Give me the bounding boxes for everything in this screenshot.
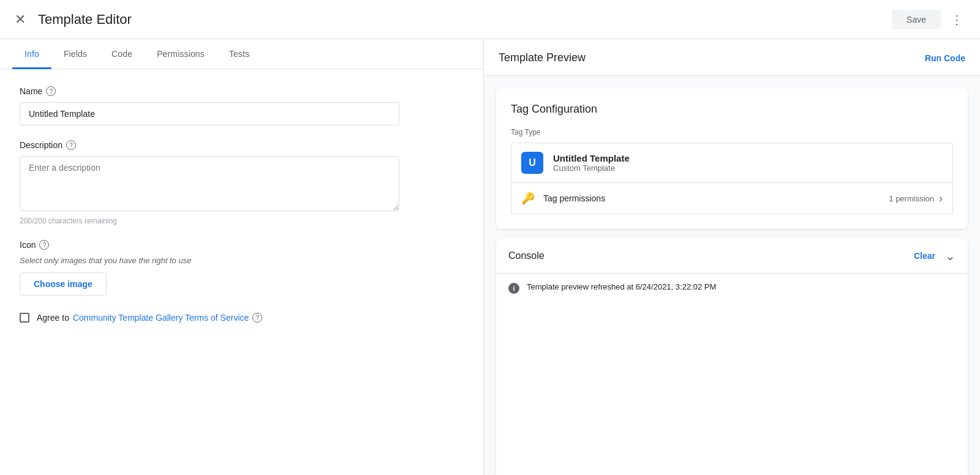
choose-image-button[interactable]: Choose image <box>20 272 107 296</box>
permissions-count: 1 permission <box>889 194 934 203</box>
tab-code[interactable]: Code <box>99 39 145 69</box>
tabs-bar: Info Fields Code Permissions Tests <box>0 39 483 69</box>
right-header: Template Preview Run Code <box>484 39 980 76</box>
tag-config-title: Tag Configuration <box>511 103 953 116</box>
info-circle-icon: i <box>508 283 519 294</box>
tos-link[interactable]: Community Template Gallery Terms of Serv… <box>73 313 249 323</box>
tag-config-card: Tag Configuration Tag Type U Untitled Te… <box>496 88 968 229</box>
tag-info: Untitled Template Custom Template <box>553 153 630 173</box>
header: ✕ Template Editor Save ⋮ <box>0 0 980 39</box>
tag-permissions-left: 🔑 Tag permissions <box>521 192 605 205</box>
run-code-button[interactable]: Run Code <box>925 53 965 63</box>
tab-info[interactable]: Info <box>12 39 51 69</box>
info-content: Name ? Description ? 200/200 characters … <box>0 69 483 475</box>
char-count: 200/200 characters remaining <box>20 217 464 225</box>
left-panel: Info Fields Code Permissions Tests Name … <box>0 39 484 475</box>
console-title: Console <box>508 250 545 261</box>
more-icon: ⋮ <box>951 13 963 26</box>
key-icon: 🔑 <box>521 192 535 205</box>
collapse-icon[interactable]: ⌄ <box>945 249 956 263</box>
icon-hint: Select only images that you have the rig… <box>20 256 464 265</box>
template-preview-title: Template Preview <box>499 51 586 64</box>
name-label: Name ? <box>20 86 464 96</box>
header-left: ✕ Template Editor <box>12 10 132 29</box>
tos-label: Agree to Community Template Gallery Term… <box>37 313 262 323</box>
console-header: Console Clear ⌄ <box>496 239 968 274</box>
close-icon: ✕ <box>15 12 26 27</box>
page-title: Template Editor <box>38 12 132 28</box>
console-section: Console Clear ⌄ i Template preview refre… <box>496 239 968 475</box>
header-right: Save ⋮ <box>892 10 968 29</box>
clear-button[interactable]: Clear <box>914 251 935 261</box>
console-message: Template preview refreshed at 6/24/2021,… <box>527 282 716 291</box>
more-options-button[interactable]: ⋮ <box>946 10 968 29</box>
tos-row: Agree to Community Template Gallery Term… <box>20 313 464 323</box>
icon-help-icon[interactable]: ? <box>39 240 49 250</box>
tag-permissions-row[interactable]: 🔑 Tag permissions 1 permission › <box>511 183 953 214</box>
description-textarea[interactable] <box>20 156 399 211</box>
name-help-icon[interactable]: ? <box>46 86 56 96</box>
description-help-icon[interactable]: ? <box>66 140 76 150</box>
console-log: i Template preview refreshed at 6/24/202… <box>496 274 968 302</box>
tag-name: Untitled Template <box>553 153 630 163</box>
tos-checkbox[interactable] <box>20 313 29 323</box>
icon-label: Icon ? <box>20 240 464 250</box>
description-label: Description ? <box>20 140 464 150</box>
tos-help-icon[interactable]: ? <box>252 313 262 323</box>
tag-subtitle: Custom Template <box>553 163 630 173</box>
tag-type-row: U Untitled Template Custom Template <box>511 143 953 183</box>
tab-tests[interactable]: Tests <box>217 39 262 69</box>
tag-permissions-right: 1 permission › <box>889 192 943 205</box>
tag-permissions-label: Tag permissions <box>543 193 605 203</box>
right-panel: Template Preview Run Code Tag Configurat… <box>484 39 980 475</box>
name-input[interactable] <box>20 102 399 125</box>
close-button[interactable]: ✕ <box>12 10 28 29</box>
console-actions: Clear ⌄ <box>914 249 956 263</box>
tab-fields[interactable]: Fields <box>51 39 99 69</box>
main-container: Info Fields Code Permissions Tests Name … <box>0 39 980 475</box>
chevron-right-icon: › <box>939 192 943 205</box>
tab-permissions[interactable]: Permissions <box>145 39 217 69</box>
save-button[interactable]: Save <box>892 10 941 29</box>
tag-icon: U <box>521 152 543 174</box>
tag-type-label: Tag Type <box>511 128 953 137</box>
